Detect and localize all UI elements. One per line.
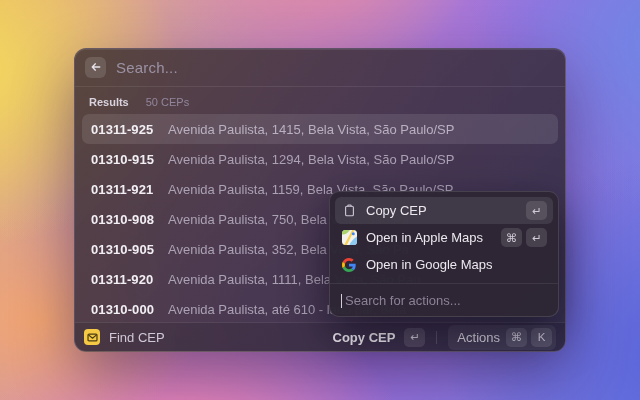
action-search-field[interactable]: Search for actions... xyxy=(335,289,553,311)
apple-maps-icon xyxy=(341,230,357,245)
find-cep-app-icon xyxy=(84,329,100,345)
primary-action-button[interactable]: Copy CEP xyxy=(333,330,396,345)
action-menu-item-label: Open in Apple Maps xyxy=(366,230,483,245)
action-menu-item-shortcuts: ⌘↵ xyxy=(501,228,547,247)
status-bar-separator xyxy=(436,331,437,344)
action-menu-item[interactable]: Open in Apple Maps ⌘↵ xyxy=(335,224,553,251)
result-cep: 01310-915 xyxy=(91,152,155,167)
command-key-chip: ⌘ xyxy=(501,228,522,247)
launcher-window: Search... Results 50 CEPs 01311-925 Aven… xyxy=(74,48,566,352)
action-menu-item-shortcuts: ↵ xyxy=(526,201,547,220)
search-input[interactable]: Search... xyxy=(116,59,178,76)
text-caret xyxy=(341,294,342,308)
clipboard-icon xyxy=(341,204,357,217)
action-menu-item-label: Copy CEP xyxy=(366,203,427,218)
result-cep: 01311-921 xyxy=(91,182,155,197)
back-button[interactable] xyxy=(85,57,106,78)
arrow-left-icon xyxy=(90,59,102,77)
envelope-icon xyxy=(87,332,98,343)
results-header: Results 50 CEPs xyxy=(75,87,565,112)
actions-shortcut-chips: ⌘K xyxy=(506,328,552,347)
action-menu-item[interactable]: Copy CEP ↵ xyxy=(335,197,553,224)
return-key-chip: ↵ xyxy=(526,201,547,220)
action-menu: Copy CEP ↵ Open in Apple Maps ⌘↵ Open in… xyxy=(329,191,559,317)
action-search-placeholder: Search for actions... xyxy=(345,293,461,308)
app-name: Find CEP xyxy=(109,330,165,345)
result-cep: 01310-908 xyxy=(91,212,155,227)
result-address: Avenida Paulista, 1415, Bela Vista, São … xyxy=(168,122,454,137)
result-cep: 01311-925 xyxy=(91,122,155,137)
result-cep: 01310-000 xyxy=(91,302,155,317)
k-key-chip: K xyxy=(531,328,552,347)
result-address: Avenida Paulista, 1294, Bela Vista, São … xyxy=(168,152,454,167)
result-row[interactable]: 01311-925 Avenida Paulista, 1415, Bela V… xyxy=(82,114,558,144)
actions-button[interactable]: Actions ⌘K xyxy=(448,325,556,350)
action-menu-items: Copy CEP ↵ Open in Apple Maps ⌘↵ Open in… xyxy=(335,197,553,278)
results-section-label: Results xyxy=(89,96,129,108)
result-cep: 01310-905 xyxy=(91,242,155,257)
google-maps-icon xyxy=(341,258,357,272)
search-bar: Search... xyxy=(75,49,565,86)
return-key-chip: ↵ xyxy=(404,328,425,347)
result-cep: 01311-920 xyxy=(91,272,155,287)
status-bar: Find CEP Copy CEP ↵ Actions ⌘K xyxy=(75,322,565,351)
action-menu-item[interactable]: Open in Google Maps xyxy=(335,251,553,278)
results-count: 50 CEPs xyxy=(146,96,189,108)
command-key-chip: ⌘ xyxy=(506,328,527,347)
result-row[interactable]: 01310-915 Avenida Paulista, 1294, Bela V… xyxy=(82,144,558,174)
return-key-chip: ↵ xyxy=(526,228,547,247)
action-menu-item-label: Open in Google Maps xyxy=(366,257,492,272)
action-menu-divider xyxy=(330,283,558,284)
actions-label: Actions xyxy=(457,330,500,345)
